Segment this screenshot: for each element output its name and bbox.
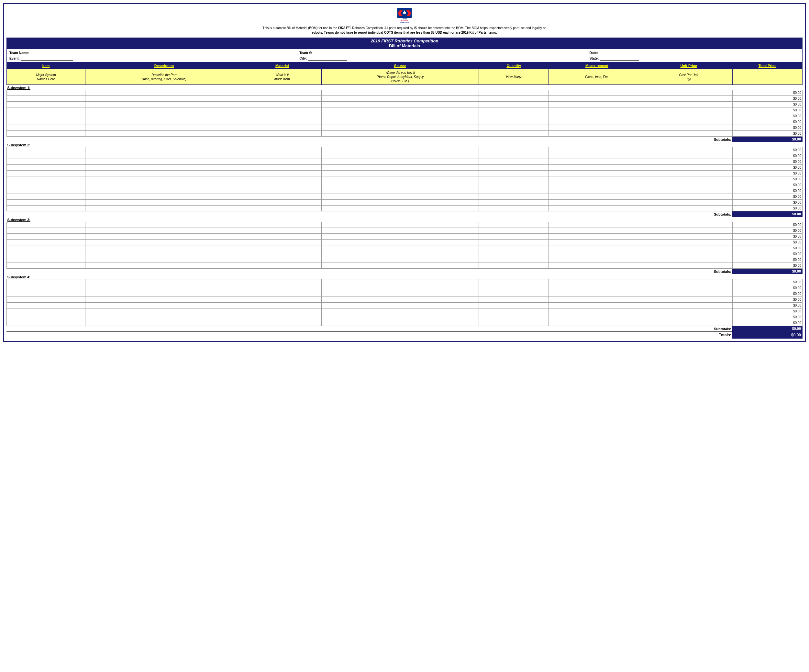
- table-cell[interactable]: [645, 200, 732, 205]
- table-cell[interactable]: [479, 200, 549, 205]
- table-cell[interactable]: [321, 131, 478, 137]
- table-cell[interactable]: [321, 240, 478, 245]
- table-cell[interactable]: [645, 96, 732, 102]
- table-cell[interactable]: [321, 291, 478, 297]
- table-cell[interactable]: [321, 257, 478, 263]
- table-cell[interactable]: [549, 171, 645, 176]
- team-name-field[interactable]: [31, 50, 82, 55]
- table-cell[interactable]: [7, 285, 86, 291]
- table-cell[interactable]: [86, 297, 243, 302]
- table-row[interactable]: $0.00: [7, 113, 802, 119]
- table-cell[interactable]: [321, 245, 478, 251]
- table-cell[interactable]: [549, 147, 645, 153]
- table-cell[interactable]: [7, 257, 86, 263]
- table-cell[interactable]: [549, 222, 645, 228]
- table-cell[interactable]: [243, 119, 321, 125]
- table-cell[interactable]: [479, 297, 549, 302]
- table-cell[interactable]: [479, 153, 549, 159]
- table-row[interactable]: $0.00: [7, 165, 802, 171]
- table-row[interactable]: $0.00: [7, 291, 802, 297]
- table-cell[interactable]: [7, 263, 86, 269]
- table-cell[interactable]: [243, 222, 321, 228]
- table-row[interactable]: $0.00: [7, 263, 802, 269]
- table-row[interactable]: $0.00: [7, 188, 802, 194]
- table-cell[interactable]: [243, 205, 321, 212]
- table-row[interactable]: $0.00: [7, 228, 802, 234]
- table-cell[interactable]: [479, 222, 549, 228]
- table-cell[interactable]: [645, 257, 732, 263]
- table-cell[interactable]: [549, 159, 645, 165]
- table-cell[interactable]: [479, 302, 549, 309]
- table-cell[interactable]: [7, 159, 86, 165]
- table-cell[interactable]: [7, 228, 86, 234]
- table-cell[interactable]: [645, 320, 732, 326]
- table-cell[interactable]: [86, 176, 243, 182]
- table-cell[interactable]: [645, 131, 732, 137]
- table-cell[interactable]: [645, 125, 732, 131]
- table-cell[interactable]: [243, 194, 321, 200]
- table-cell[interactable]: [321, 96, 478, 102]
- table-cell[interactable]: [86, 153, 243, 159]
- table-row[interactable]: $0.00: [7, 302, 802, 309]
- table-cell[interactable]: [86, 251, 243, 257]
- table-cell[interactable]: [86, 113, 243, 119]
- table-cell[interactable]: [321, 297, 478, 302]
- table-cell[interactable]: [86, 291, 243, 297]
- table-cell[interactable]: [645, 240, 732, 245]
- table-cell[interactable]: [243, 245, 321, 251]
- table-row[interactable]: $0.00: [7, 285, 802, 291]
- table-cell[interactable]: [645, 205, 732, 212]
- table-cell[interactable]: [7, 194, 86, 200]
- table-cell[interactable]: [321, 263, 478, 269]
- table-cell[interactable]: [7, 309, 86, 314]
- table-cell[interactable]: [321, 320, 478, 326]
- table-cell[interactable]: [7, 171, 86, 176]
- table-row[interactable]: $0.00: [7, 245, 802, 251]
- table-row[interactable]: $0.00: [7, 257, 802, 263]
- table-cell[interactable]: [549, 125, 645, 131]
- city-field[interactable]: [309, 56, 347, 60]
- table-cell[interactable]: [86, 96, 243, 102]
- table-cell[interactable]: [549, 279, 645, 285]
- table-cell[interactable]: [549, 194, 645, 200]
- table-cell[interactable]: [243, 291, 321, 297]
- table-cell[interactable]: [549, 90, 645, 96]
- table-cell[interactable]: [479, 228, 549, 234]
- table-cell[interactable]: [479, 108, 549, 113]
- table-cell[interactable]: [321, 108, 478, 113]
- table-cell[interactable]: [86, 285, 243, 291]
- table-cell[interactable]: [86, 279, 243, 285]
- table-row[interactable]: $0.00: [7, 131, 802, 137]
- table-cell[interactable]: [479, 240, 549, 245]
- table-cell[interactable]: [321, 176, 478, 182]
- table-cell[interactable]: [479, 102, 549, 108]
- table-cell[interactable]: [7, 153, 86, 159]
- table-cell[interactable]: [479, 257, 549, 263]
- table-cell[interactable]: [7, 205, 86, 212]
- table-row[interactable]: $0.00: [7, 182, 802, 188]
- table-cell[interactable]: [86, 205, 243, 212]
- table-cell[interactable]: [479, 159, 549, 165]
- table-cell[interactable]: [7, 245, 86, 251]
- table-cell[interactable]: [479, 125, 549, 131]
- table-row[interactable]: $0.00: [7, 147, 802, 153]
- table-cell[interactable]: [479, 176, 549, 182]
- table-cell[interactable]: [321, 90, 478, 96]
- table-cell[interactable]: [7, 188, 86, 194]
- table-row[interactable]: $0.00: [7, 320, 802, 326]
- table-cell[interactable]: [243, 320, 321, 326]
- table-cell[interactable]: [479, 291, 549, 297]
- table-cell[interactable]: [645, 228, 732, 234]
- table-cell[interactable]: [243, 159, 321, 165]
- table-cell[interactable]: [549, 96, 645, 102]
- table-row[interactable]: $0.00: [7, 119, 802, 125]
- table-cell[interactable]: [549, 314, 645, 320]
- table-row[interactable]: $0.00: [7, 159, 802, 165]
- table-cell[interactable]: [7, 297, 86, 302]
- table-cell[interactable]: [321, 159, 478, 165]
- table-cell[interactable]: [7, 200, 86, 205]
- table-cell[interactable]: [549, 228, 645, 234]
- table-cell[interactable]: [243, 182, 321, 188]
- table-cell[interactable]: [86, 245, 243, 251]
- table-cell[interactable]: [549, 245, 645, 251]
